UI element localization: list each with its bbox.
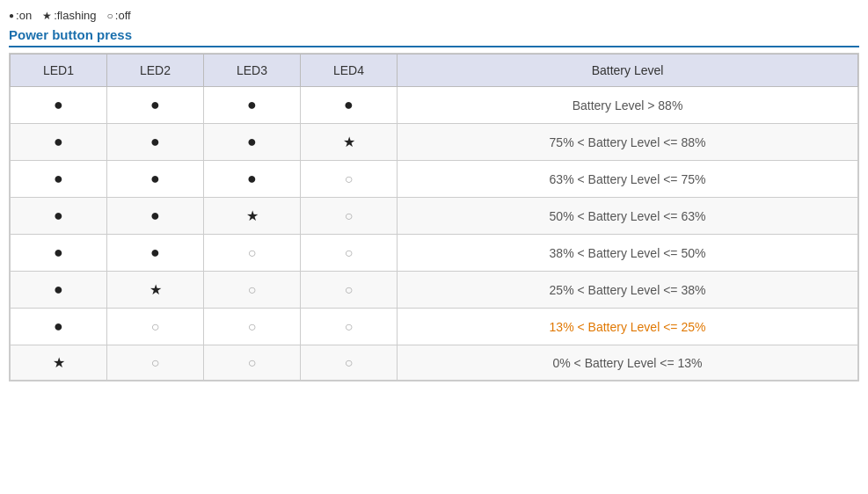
row-7-led2: ○ [107,345,204,381]
table-body: ●●●●Battery Level > 88%●●●★75% < Battery… [11,87,858,381]
row-5-led4-symbol: ○ [345,282,354,297]
row-1-led3-symbol: ● [247,133,257,150]
row-2-led3-symbol: ● [247,170,257,187]
row-3-led3: ★ [204,198,301,235]
row-0-battery-level: Battery Level > 88% [398,87,858,124]
header-led1: LED1 [11,54,107,87]
row-1-led2-symbol: ● [150,133,160,150]
row-4-battery-level: 38% < Battery Level <= 50% [398,235,858,272]
legend-on: ● :on [9,9,32,22]
table-row: ●●●○63% < Battery Level <= 75% [11,161,858,198]
row-1-led1-symbol: ● [54,133,63,150]
row-5-led4: ○ [301,272,398,309]
row-4-led1: ● [11,235,107,272]
legend-flashing: ★ :flashing [42,9,96,22]
table-row: ●●○○38% < Battery Level <= 50% [11,235,858,272]
row-7-led4: ○ [301,345,398,381]
row-1-battery-level: 75% < Battery Level <= 88% [398,124,858,161]
header-led3: LED3 [204,54,301,87]
row-6-led1: ● [11,309,107,345]
row-3-led1: ● [11,198,107,235]
row-4-led4: ○ [301,235,398,272]
row-6-led3-symbol: ○ [248,319,257,334]
row-4-led4-symbol: ○ [345,245,354,260]
header-row: LED1 LED2 LED3 LED4 Battery Level [11,54,858,87]
table: LED1 LED2 LED3 LED4 Battery Level ●●●●Ba… [10,54,858,381]
row-4-led3-symbol: ○ [248,245,257,260]
row-5-led2-symbol: ★ [150,282,162,297]
table-row: ●○○○13% < Battery Level <= 25% [11,309,858,345]
legend: ● :on ★ :flashing ○ :off [9,9,859,22]
row-5-led2: ★ [107,272,204,309]
row-3-led2: ● [107,198,204,235]
row-0-led1-symbol: ● [54,96,63,113]
header-led4: LED4 [301,54,398,87]
table-row: ★○○○0% < Battery Level <= 13% [11,345,858,381]
row-6-battery-level: 13% < Battery Level <= 25% [398,309,858,345]
row-4-led3: ○ [204,235,301,272]
table-row: ●★○○25% < Battery Level <= 38% [11,272,858,309]
row-6-led4: ○ [301,309,398,345]
legend-off-label: :off [115,9,131,22]
row-2-led1-symbol: ● [54,170,63,187]
row-7-led2-symbol: ○ [151,355,160,370]
row-0-led1: ● [11,87,107,124]
row-6-led2-symbol: ○ [151,319,160,334]
legend-off: ○ :off [107,9,131,22]
table-row: ●●●●Battery Level > 88% [11,87,858,124]
row-6-led1-symbol: ● [54,317,63,335]
row-1-led3: ● [204,124,301,161]
row-7-battery-level: 0% < Battery Level <= 13% [398,345,858,381]
row-6-led3: ○ [204,309,301,345]
header-battery-level: Battery Level [398,54,858,87]
legend-off-symbol: ○ [107,10,113,22]
section-title: Power button press [9,27,859,53]
table-row: ●●●★75% < Battery Level <= 88% [11,124,858,161]
row-7-led1-symbol: ★ [53,355,65,370]
battery-table: LED1 LED2 LED3 LED4 Battery Level ●●●●Ba… [9,53,859,381]
row-0-led4: ● [301,87,398,124]
row-0-led2: ● [107,87,204,124]
row-3-led1-symbol: ● [54,207,63,224]
legend-flashing-symbol: ★ [42,10,52,22]
row-6-led2: ○ [107,309,204,345]
row-2-led4-symbol: ○ [345,171,354,186]
row-3-led4: ○ [301,198,398,235]
row-0-led3: ● [204,87,301,124]
row-1-led1: ● [11,124,107,161]
legend-on-label: :on [16,9,32,22]
row-3-led4-symbol: ○ [345,208,354,223]
table-row: ●●★○50% < Battery Level <= 63% [11,198,858,235]
row-7-led1: ★ [11,345,107,381]
row-2-led1: ● [11,161,107,198]
row-3-led3-symbol: ★ [246,208,259,223]
row-2-led2: ● [107,161,204,198]
row-7-led3-symbol: ○ [248,355,257,370]
row-0-led2-symbol: ● [150,96,160,113]
row-5-led1-symbol: ● [54,280,63,298]
row-2-led4: ○ [301,161,398,198]
row-5-led3-symbol: ○ [248,282,257,297]
row-2-led2-symbol: ● [150,170,160,187]
row-4-led2: ● [107,235,204,272]
row-5-led3: ○ [204,272,301,309]
row-7-led3: ○ [204,345,301,381]
row-2-led3: ● [204,161,301,198]
table-header: LED1 LED2 LED3 LED4 Battery Level [11,54,858,87]
row-3-led2-symbol: ● [150,207,160,224]
row-1-led4-symbol: ★ [343,134,355,149]
row-4-led1-symbol: ● [54,243,63,261]
row-4-led2-symbol: ● [150,243,160,261]
row-2-battery-level: 63% < Battery Level <= 75% [398,161,858,198]
row-7-led4-symbol: ○ [345,355,354,370]
row-0-led4-symbol: ● [344,96,354,113]
legend-on-symbol: ● [9,11,14,20]
row-5-battery-level: 25% < Battery Level <= 38% [398,272,858,309]
row-1-led4: ★ [301,124,398,161]
row-5-led1: ● [11,272,107,309]
header-led2: LED2 [107,54,204,87]
row-3-battery-level: 50% < Battery Level <= 63% [398,198,858,235]
row-0-led3-symbol: ● [247,96,257,113]
legend-flashing-label: :flashing [54,9,96,22]
row-6-led4-symbol: ○ [345,319,354,334]
